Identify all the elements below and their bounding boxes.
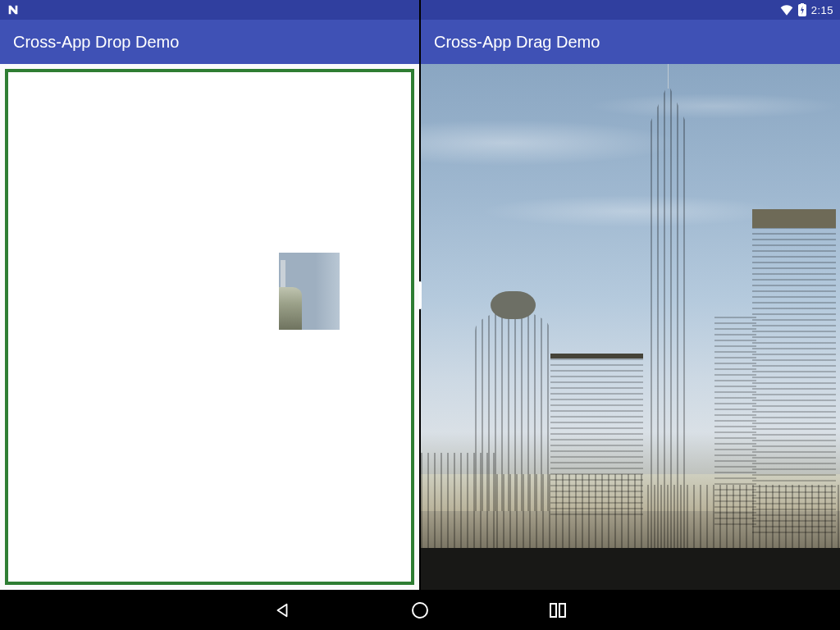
system-navigation-bar [0, 590, 840, 630]
draggable-source-image[interactable] [421, 64, 840, 590]
svg-point-3 [413, 603, 427, 618]
battery-charging-icon [798, 3, 806, 16]
device-frame: Cross-App Drop Demo [0, 0, 840, 630]
right-app-title: Cross-App Drag Demo [434, 33, 600, 52]
svg-rect-5 [559, 604, 565, 617]
split-screen-container: Cross-App Drop Demo [0, 0, 840, 590]
right-app-pane: 2:15 Cross-App Drag Demo [421, 0, 840, 590]
status-bar-right: 2:15 [421, 0, 840, 20]
nav-home-button[interactable] [409, 599, 431, 622]
wifi-icon [780, 4, 793, 16]
android-n-icon [7, 3, 20, 16]
status-clock: 2:15 [811, 4, 833, 16]
status-right-group: 2:15 [780, 3, 833, 16]
left-app-content [0, 64, 419, 590]
right-app-content [421, 64, 840, 590]
svg-rect-4 [550, 604, 556, 617]
left-app-bar: Cross-App Drop Demo [0, 20, 419, 64]
status-bar-left [0, 0, 419, 20]
drag-shadow-thumbnail[interactable] [279, 253, 340, 330]
left-app-pane: Cross-App Drop Demo [0, 0, 421, 590]
thumbnail-image [279, 253, 340, 330]
drop-target-zone[interactable] [5, 69, 414, 585]
nav-back-button[interactable] [271, 599, 294, 622]
nav-recents-button[interactable] [546, 599, 569, 622]
right-app-bar: Cross-App Drag Demo [421, 20, 840, 64]
status-left-group [7, 3, 413, 16]
left-app-title: Cross-App Drop Demo [13, 33, 179, 52]
split-screen-drag-handle[interactable] [418, 281, 422, 309]
